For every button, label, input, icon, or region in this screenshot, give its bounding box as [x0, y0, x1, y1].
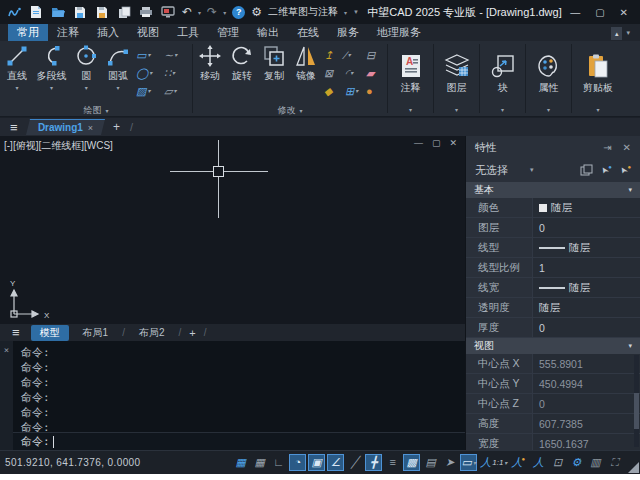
selection-cycling-toggle[interactable]: ⊡ — [549, 454, 566, 471]
ribbon-collapse-control[interactable]: ▴ ▾ — [611, 24, 630, 41]
layers-panel-footer[interactable]: ▾ — [434, 103, 479, 116]
property-row-transparency[interactable]: 透明度 随层 — [466, 298, 640, 318]
annotation-scale-caret-icon[interactable]: ▾ — [504, 460, 507, 466]
print-button[interactable] — [138, 4, 154, 20]
spline-caret-icon[interactable]: ▾ — [174, 52, 177, 58]
document-menu-icon[interactable]: ≡ — [0, 120, 28, 135]
property-row-linetype[interactable]: 线型 随层 — [466, 238, 640, 258]
copy-button[interactable] — [116, 4, 132, 20]
circle-button[interactable]: 圆 ▾ — [70, 42, 102, 91]
polyline-caret-icon[interactable]: ▾ — [50, 84, 53, 91]
osnap-3d-toggle[interactable]: ∠ — [327, 454, 344, 471]
drawing-restore-icon[interactable]: ▢ — [432, 138, 441, 148]
tab-tools[interactable]: 工具 — [168, 24, 208, 41]
share-screen-button[interactable] — [160, 4, 176, 20]
section-basic[interactable]: 基本 ▾ — [466, 182, 640, 198]
drawing-minimize-icon[interactable]: — — [414, 138, 423, 148]
save-as-button[interactable] — [94, 4, 110, 20]
move-button[interactable]: 移动 — [194, 42, 226, 83]
tab-model[interactable]: 模型 — [31, 325, 69, 341]
lineweight-toggle[interactable]: ≡ — [384, 454, 401, 471]
qat-options-icon[interactable]: ▼ — [353, 9, 359, 15]
command-close-icon[interactable]: × — [4, 345, 9, 355]
property-row-width[interactable]: 宽度 1650.1637 — [466, 434, 640, 450]
property-row-center-z[interactable]: 中心点 Z 0 — [466, 394, 640, 414]
dynamic-input-toggle[interactable]: ▭▾ — [460, 454, 477, 471]
resize-grip[interactable] — [628, 462, 639, 473]
open-file-button[interactable] — [50, 4, 66, 20]
properties-button[interactable]: 属性 — [536, 50, 562, 95]
grid-toggle[interactable]: ▦ — [232, 454, 249, 471]
property-value[interactable]: 0 — [532, 318, 640, 337]
array-caret-icon[interactable]: ▾ — [355, 88, 358, 94]
tab-geo[interactable]: 地理服务 — [368, 24, 430, 41]
drawing-close-icon[interactable]: ✕ — [449, 138, 457, 148]
viewport-controls[interactable]: [-][俯视][二维线框][WCS] — [4, 139, 113, 153]
arc-button[interactable]: 圆弧 ▾ — [102, 42, 134, 91]
point-button[interactable]: ∷▾ — [164, 65, 189, 81]
add-layout-button[interactable]: + — [186, 327, 198, 339]
maximize-button[interactable]: ▢ — [595, 7, 604, 18]
clipboard-panel-footer[interactable]: ▾ — [572, 103, 624, 116]
toggle-pickadd-icon[interactable]: ➤● — [620, 164, 631, 176]
quick-properties-toggle[interactable]: ▤ — [422, 454, 439, 471]
ellipse-button[interactable]: ◯▾ — [136, 65, 161, 81]
property-value[interactable]: 1 — [532, 258, 640, 277]
rectangle-button[interactable]: ▭▾ — [136, 47, 161, 63]
new-document-tab-button[interactable]: + — [103, 120, 130, 134]
select-objects-icon[interactable]: ➤● — [601, 164, 612, 176]
line-caret-icon[interactable]: ▾ — [15, 84, 18, 91]
stretch-button[interactable]: ↥ — [324, 47, 342, 63]
command-window[interactable]: × 命令: 命令: 命令: 命令: 命令: 命令: 命令: — [0, 341, 465, 450]
document-tab-drawing1[interactable]: Drawing1 × — [26, 119, 105, 135]
property-row-height[interactable]: 高度 607.7385 — [466, 414, 640, 434]
fillet-caret-icon[interactable]: ▾ — [350, 70, 353, 76]
modify-panel-footer[interactable]: 修改 ▾ — [193, 104, 387, 117]
selection-caret-icon[interactable]: ▾ — [530, 166, 534, 174]
ellipse-caret-icon[interactable]: ▾ — [149, 70, 152, 76]
minimize-button[interactable]: — — [570, 7, 580, 18]
property-row-thickness[interactable]: 厚度 0 — [466, 318, 640, 338]
explode-button[interactable]: ◆ — [324, 83, 342, 99]
layout-menu-icon[interactable]: ≡ — [6, 325, 26, 340]
property-value[interactable]: 随层 — [532, 198, 640, 217]
command-input[interactable]: 命令: — [13, 432, 465, 450]
fillet-button[interactable]: ◜▾ — [345, 65, 363, 81]
undo-dropdown-icon[interactable]: ▾ — [198, 9, 201, 16]
redo-button[interactable]: ↷ — [207, 5, 217, 19]
annotate-button[interactable]: A 注释 — [398, 50, 424, 95]
erase-button[interactable]: ▰ — [366, 65, 384, 81]
line-button[interactable]: 直线 ▾ — [1, 42, 33, 91]
help-icon[interactable]: ? — [232, 6, 245, 19]
layers-button[interactable]: 图层 — [444, 50, 470, 95]
workspace-gear-icon[interactable]: ⚙ — [251, 5, 262, 19]
tab-manage[interactable]: 管理 — [208, 24, 248, 41]
block-button[interactable]: 块 — [490, 50, 516, 95]
property-row-linetype-scale[interactable]: 线型比例 1 — [466, 258, 640, 278]
scale-button[interactable]: ⊠ — [324, 65, 342, 81]
snap-tracking-toggle[interactable]: ╋ — [365, 454, 382, 471]
workspace-dropdown-icon[interactable]: ▾ — [344, 9, 347, 16]
tab-services[interactable]: 服务 — [328, 24, 368, 41]
snap-toggle[interactable]: ▦ — [251, 454, 268, 471]
ribbon-collapse-caret-icon[interactable]: ▾ — [626, 29, 630, 37]
trim-button[interactable]: ∕▾ — [345, 47, 363, 63]
property-row-center-y[interactable]: 中心点 Y 450.4994 — [466, 374, 640, 394]
autohide-pin-icon[interactable]: ⇥ — [603, 142, 611, 153]
annotation-autoscale-toggle[interactable]: 人● — [510, 454, 528, 471]
rectangle-caret-icon[interactable]: ▾ — [147, 52, 150, 58]
hatch-caret-icon[interactable]: ▾ — [147, 88, 150, 94]
mirror-button[interactable]: 镜像 — [290, 42, 322, 83]
dynamic-input-caret-icon[interactable]: ▾ — [473, 460, 476, 466]
clean-screen-toggle[interactable]: ⛶ — [606, 454, 623, 471]
scrollbar-thumb[interactable] — [634, 393, 639, 429]
section-view-caret-icon[interactable]: ▾ — [628, 342, 632, 350]
new-file-button[interactable] — [28, 4, 44, 20]
redo-dropdown-icon[interactable]: ▾ — [223, 9, 226, 16]
property-row-center-x[interactable]: 中心点 X 555.8901 — [466, 354, 640, 374]
ribbon-collapse-icon[interactable]: ▴ — [611, 27, 623, 40]
property-value[interactable]: 随层 — [532, 238, 640, 257]
break-button[interactable]: ● — [366, 83, 384, 99]
copy-object-button[interactable]: 复制 — [258, 42, 290, 83]
circle-caret-icon[interactable]: ▾ — [85, 84, 88, 91]
